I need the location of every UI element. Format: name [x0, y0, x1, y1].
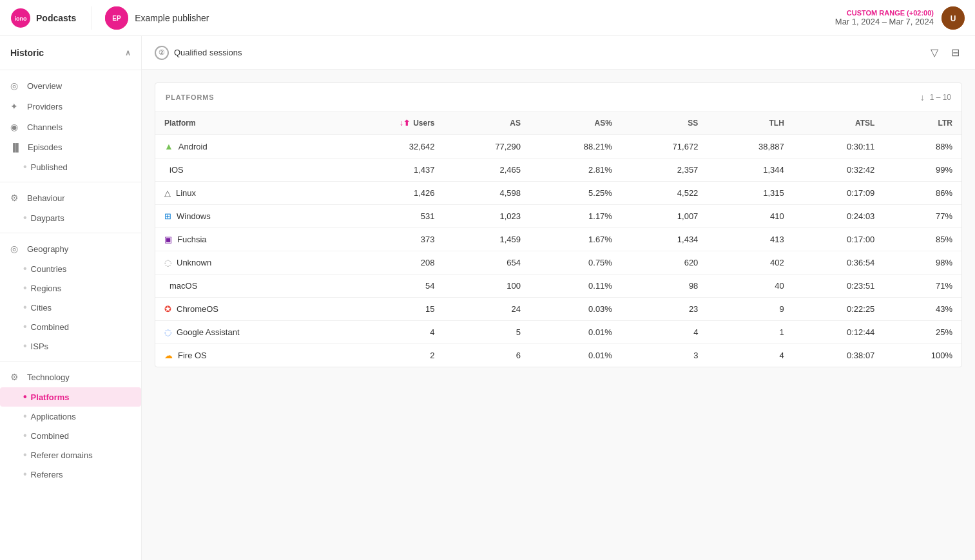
sort-icon: ↓⬆ [400, 119, 410, 128]
platform-name: Google Assistant [177, 327, 240, 337]
cell-as-7: 24 [444, 298, 530, 321]
overview-icon: ◎ [10, 81, 21, 91]
cell-ltr-7: 43% [883, 298, 961, 321]
sidebar-item-label-geography: Geography [27, 244, 68, 254]
section-bar-actions: ▽ ⊟ [928, 44, 962, 61]
cell-ss-7: 23 [621, 298, 707, 321]
google-assistant-icon: ◌ [164, 327, 171, 337]
cell-tlh-6: 40 [707, 275, 793, 298]
content-area: PLATFORMS ↓ 1 – 10 Platform ↓⬆ Users [142, 70, 975, 380]
platforms-table: Platform ↓⬆ Users AS AS% SS TLH ATSL LTR [155, 112, 961, 367]
sidebar-item-episodes[interactable]: ▐▌ Episodes [0, 137, 141, 157]
platform-name: Fire OS [178, 351, 207, 360]
table-pagination: ↓ 1 – 10 [920, 92, 951, 102]
sidebar-sub-published[interactable]: Published [0, 157, 141, 177]
sidebar-sub-label-isps: ISPs [31, 342, 48, 351]
sidebar-sub-label-combined-geo: Combined [31, 322, 69, 332]
cell-ltr-4: 85% [883, 228, 961, 251]
app-header: iono Podcasts EP Example publisher CUSTO… [0, 0, 975, 36]
platform-name: Android [179, 142, 208, 151]
cell-ss-8: 4 [621, 321, 707, 344]
sidebar-sub-platforms[interactable]: Platforms [0, 387, 141, 407]
sidebar-sub-combined-tech[interactable]: Combined [0, 426, 141, 445]
cell-users-0: 32,642 [339, 135, 444, 159]
cell-platform-0: ▲ Android [155, 135, 339, 159]
sidebar-sub-isps[interactable]: ISPs [0, 336, 141, 356]
cell-aspct-7: 0.03% [530, 298, 621, 321]
sidebar-sub-cities[interactable]: Cities [0, 298, 141, 317]
cell-tlh-3: 410 [707, 205, 793, 228]
print-button[interactable]: ⊟ [949, 44, 962, 61]
cell-users-9: 2 [339, 344, 444, 367]
cell-tlh-5: 402 [707, 251, 793, 275]
cell-atsl-5: 0:36:54 [793, 251, 884, 275]
cell-as-4: 1,459 [444, 228, 530, 251]
svg-text:EP: EP [113, 15, 122, 22]
sidebar-item-geography[interactable]: ◎ Geography [0, 238, 141, 259]
platform-name: Linux [176, 188, 196, 198]
sidebar-sub-referer-domains[interactable]: Referer domains [0, 445, 141, 465]
filter-button[interactable]: ▽ [928, 44, 941, 61]
sidebar-sub-label-countries: Countries [31, 264, 67, 274]
fireos-icon: ☁ [164, 351, 173, 360]
cell-tlh-2: 1,315 [707, 182, 793, 205]
sidebar-section-historic[interactable]: Historic ∧ [0, 41, 141, 64]
sidebar-sub-label-platforms: Platforms [31, 392, 70, 402]
sidebar-item-behaviour[interactable]: ⚙ Behaviour [0, 188, 141, 208]
providers-icon: ✦ [10, 101, 21, 111]
cell-platform-8: ◌ Google Assistant [155, 321, 339, 344]
sidebar-divider-1 [0, 70, 141, 70]
technology-icon: ⚙ [10, 372, 21, 382]
platform-name: Unknown [177, 258, 211, 267]
cell-atsl-0: 0:30:11 [793, 135, 884, 159]
svg-text:U: U [951, 14, 956, 23]
sidebar-divider-2 [0, 182, 141, 182]
col-as: AS [444, 112, 530, 135]
cell-tlh-4: 413 [707, 228, 793, 251]
cell-platform-7: ✪ ChromeOS [155, 298, 339, 321]
sidebar-item-label-behaviour: Behaviour [27, 193, 65, 203]
cell-atsl-2: 0:17:09 [793, 182, 884, 205]
sidebar-sub-countries[interactable]: Countries [0, 259, 141, 278]
download-icon[interactable]: ↓ [920, 92, 925, 102]
sidebar-item-channels[interactable]: ◉ Channels [0, 117, 141, 137]
table-row: iOS 1,437 2,465 2.81% 2,357 1,344 0:32:4… [155, 159, 961, 182]
sidebar-item-label-technology: Technology [27, 372, 70, 382]
cell-as-9: 6 [444, 344, 530, 367]
cell-atsl-3: 0:24:03 [793, 205, 884, 228]
cell-as-5: 654 [444, 251, 530, 275]
section-bar: ② Qualified sessions ▽ ⊟ [142, 36, 975, 70]
cell-as-3: 1,023 [444, 205, 530, 228]
cell-ss-6: 98 [621, 275, 707, 298]
col-users[interactable]: ↓⬆ Users [339, 112, 444, 135]
sidebar-item-providers[interactable]: ✦ Providers [0, 96, 141, 117]
date-range[interactable]: CUSTOM RANGE (+02:00) Mar 1, 2024 – Mar … [835, 9, 934, 26]
table-row: ✪ ChromeOS 15 24 0.03% 23 9 0:22:25 43% [155, 298, 961, 321]
sidebar-sub-dayparts[interactable]: Dayparts [0, 208, 141, 227]
user-avatar[interactable]: U [941, 6, 965, 30]
col-platform: Platform [155, 112, 339, 135]
sidebar-sub-combined-geo[interactable]: Combined [0, 317, 141, 336]
sidebar-item-overview[interactable]: ◎ Overview [0, 75, 141, 96]
col-atsl: ATSL [793, 112, 884, 135]
sidebar-sub-label-referer-domains: Referer domains [31, 450, 93, 460]
sidebar-item-label-episodes: Episodes [28, 142, 62, 152]
cell-as-6: 100 [444, 275, 530, 298]
sidebar-sub-regions[interactable]: Regions [0, 278, 141, 298]
table-title: PLATFORMS [166, 93, 215, 101]
date-range-label: CUSTOM RANGE (+02:00) [835, 9, 934, 17]
cell-aspct-9: 0.01% [530, 344, 621, 367]
cell-tlh-9: 4 [707, 344, 793, 367]
cell-ss-0: 71,672 [621, 135, 707, 159]
cell-ltr-3: 77% [883, 205, 961, 228]
col-as-pct: AS% [530, 112, 621, 135]
sidebar-item-label-overview: Overview [27, 81, 62, 91]
sidebar-divider-3 [0, 233, 141, 233]
cell-ltr-8: 25% [883, 321, 961, 344]
cell-aspct-1: 2.81% [530, 159, 621, 182]
publisher-avatar: EP [105, 6, 128, 30]
sidebar-sub-applications[interactable]: Applications [0, 407, 141, 426]
sidebar-sub-referers[interactable]: Referers [0, 465, 141, 484]
sidebar-item-technology[interactable]: ⚙ Technology [0, 367, 141, 387]
cell-platform-1: iOS [155, 159, 339, 182]
